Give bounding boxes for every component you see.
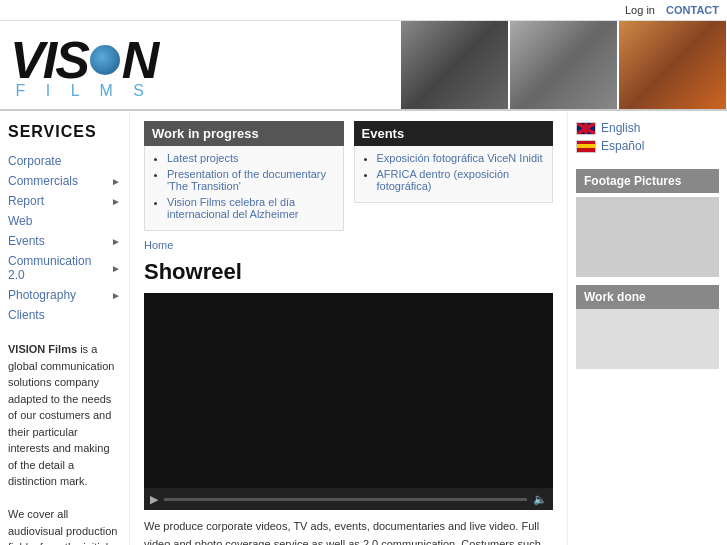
arrow-icon: ►	[111, 176, 121, 187]
progress-bar[interactable]	[164, 498, 527, 501]
events-list: Exposición fotográfica ViceN Inidit AFRI…	[363, 152, 545, 192]
list-item: Presentation of the documentary 'The Tra…	[167, 168, 335, 192]
arrow-icon: ►	[111, 236, 121, 247]
list-item: Vision Films celebra el día internaciona…	[167, 196, 335, 220]
language-section: English Español	[576, 121, 719, 153]
events-body: Exposición fotográfica ViceN Inidit AFRI…	[354, 146, 554, 203]
footage-pictures-header: Footage Pictures	[576, 169, 719, 193]
sidebar: SERVICES Corporate Commercials ► Report …	[0, 111, 130, 545]
work-in-progress-panel: Work in progress Latest projects Present…	[144, 121, 344, 231]
events-header: Events	[354, 121, 554, 146]
main-content: Work in progress Latest projects Present…	[130, 111, 567, 545]
header-image-1	[401, 21, 508, 109]
header-images	[400, 21, 727, 109]
sidebar-item-photography[interactable]: Photography ►	[8, 285, 121, 305]
footage-pictures-section: Footage Pictures	[576, 169, 719, 277]
footage-pictures-content	[576, 197, 719, 277]
showreel-title: Showreel	[144, 259, 553, 285]
list-item: Latest projects	[167, 152, 335, 164]
logo-films: F I L M S	[10, 82, 157, 100]
list-item: AFRICA dentro (exposición fotográfica)	[377, 168, 545, 192]
header-image-3	[619, 21, 726, 109]
right-sidebar: English Español Footage Pictures Work do…	[567, 111, 727, 545]
top-bar: Log in CONTACT	[0, 0, 727, 21]
work-done-header: Work done	[576, 285, 719, 309]
video-player[interactable]	[144, 293, 553, 488]
main-wrapper: SERVICES Corporate Commercials ► Report …	[0, 111, 727, 545]
description-text: We produce corporate videos, TV ads, eve…	[144, 518, 553, 545]
lang-spanish[interactable]: Español	[576, 139, 719, 153]
logo: VISN F I L M S	[10, 30, 157, 100]
work-done-content	[576, 309, 719, 369]
events-panel: Events Exposición fotográfica ViceN Inid…	[354, 121, 554, 231]
logo-circle	[90, 45, 120, 75]
sidebar-item-commercials[interactable]: Commercials ►	[8, 171, 121, 191]
logo-area: VISN F I L M S	[0, 21, 400, 109]
header: VISN F I L M S	[0, 21, 727, 111]
volume-icon[interactable]: 🔈	[533, 493, 547, 506]
logo-text: VISN	[10, 30, 157, 90]
sidebar-description: VISION Films is a global communication s…	[8, 341, 121, 545]
play-button[interactable]: ▶	[150, 493, 158, 506]
lang-english[interactable]: English	[576, 121, 719, 135]
work-in-progress-list: Latest projects Presentation of the docu…	[153, 152, 335, 220]
work-done-section: Work done	[576, 285, 719, 369]
sidebar-item-events[interactable]: Events ►	[8, 231, 121, 251]
list-item: Exposición fotográfica ViceN Inidit	[377, 152, 545, 164]
breadcrumb: Home	[144, 239, 553, 251]
uk-flag-icon	[576, 122, 596, 135]
login-link[interactable]: Log in	[625, 4, 655, 16]
sidebar-item-web[interactable]: Web	[8, 211, 121, 231]
arrow-icon: ►	[111, 290, 121, 301]
contact-link[interactable]: CONTACT	[666, 4, 719, 16]
video-controls: ▶ 🔈	[144, 488, 553, 510]
work-in-progress-header: Work in progress	[144, 121, 344, 146]
arrow-icon: ►	[111, 263, 121, 274]
sidebar-item-communication[interactable]: Communication 2.0 ►	[8, 251, 121, 285]
top-panels: Work in progress Latest projects Present…	[144, 121, 553, 231]
sidebar-item-corporate[interactable]: Corporate	[8, 151, 121, 171]
sidebar-item-report[interactable]: Report ►	[8, 191, 121, 211]
header-image-2	[510, 21, 617, 109]
work-in-progress-body: Latest projects Presentation of the docu…	[144, 146, 344, 231]
arrow-icon: ►	[111, 196, 121, 207]
sidebar-title: SERVICES	[8, 123, 121, 141]
es-flag-icon	[576, 140, 596, 153]
sidebar-item-clients[interactable]: Clients	[8, 305, 121, 325]
